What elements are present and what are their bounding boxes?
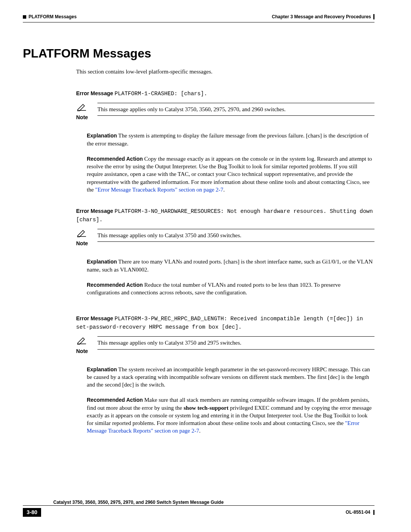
- header-section: PLATFORM Messages: [29, 14, 76, 20]
- explanation-paragraph: Explanation The system is attempting to …: [87, 132, 374, 147]
- vertical-bar-icon: [373, 14, 374, 19]
- square-bullet-icon: [23, 15, 26, 19]
- note-row: Note This message applies only to Cataly…: [76, 103, 374, 121]
- page-header: PLATFORM Messages Chapter 3 Message and …: [23, 14, 374, 20]
- action-label: Recommended Action: [87, 397, 143, 403]
- explanation-label: Explanation: [87, 366, 117, 372]
- action-paragraph: Recommended Action Make sure that all st…: [87, 396, 374, 435]
- error-message-block: Error Message PLATFORM-1-CRASHED: [chars…: [76, 89, 374, 98]
- vertical-bar-icon: [373, 510, 374, 515]
- error-message-code: PLATFORM-3-NO_HARDWARE_RESOURCES: Not en…: [76, 208, 373, 223]
- page-number-badge: 3-80: [23, 508, 41, 517]
- action-paragraph: Recommended Action Copy the message exac…: [87, 155, 374, 193]
- page-title: PLATFORM Messages: [23, 45, 374, 62]
- error-message-label: Error Message: [76, 315, 113, 321]
- error-message-label: Error Message: [76, 90, 113, 96]
- explanation-label: Explanation: [87, 133, 117, 139]
- footer-guide-title: Catalyst 3750, 3560, 3550, 2975, 2970, a…: [53, 499, 374, 505]
- note-text: This message applies only to Catalyst 37…: [97, 229, 374, 242]
- explanation-text: The system is attempting to display the …: [87, 133, 368, 146]
- note-label: Note: [76, 240, 94, 247]
- note-text: This message applies only to Catalyst 37…: [97, 103, 374, 116]
- explanation-text: There are too many VLANs and routed port…: [87, 259, 373, 272]
- explanation-text: The system received an incompatible leng…: [87, 366, 370, 388]
- note-pencil-icon: [77, 104, 87, 111]
- error-message-code: PLATFORM-1-CRASHED: [chars].: [115, 91, 207, 97]
- action-text-post: .: [223, 187, 225, 193]
- header-rule: [23, 22, 374, 22]
- error-message-block: Error Message PLATFORM-3-NO_HARDWARE_RES…: [76, 207, 374, 224]
- note-label: Note: [76, 114, 94, 121]
- note-pencil-icon: [77, 230, 87, 237]
- action-label: Recommended Action: [87, 282, 143, 288]
- error-message-block: Error Message PLATFORM-3-PW_REC_HRPC_BAD…: [76, 315, 374, 331]
- page-footer: Catalyst 3750, 3560, 3550, 2975, 2970, a…: [23, 499, 374, 517]
- note-row: Note This message applies only to Cataly…: [76, 336, 374, 355]
- note-pencil-icon: [77, 337, 87, 345]
- action-link[interactable]: "Error Message Traceback Reports" sectio…: [95, 187, 223, 193]
- action-text-post: .: [199, 428, 201, 434]
- error-message-label: Error Message: [76, 208, 113, 214]
- action-paragraph: Recommended Action Reduce the total numb…: [87, 281, 374, 297]
- action-label: Recommended Action: [87, 156, 143, 162]
- explanation-paragraph: Explanation There are too many VLANs and…: [87, 258, 374, 273]
- explanation-paragraph: Explanation The system received an incom…: [87, 366, 374, 389]
- intro-text: This section contains low-level platform…: [76, 68, 374, 75]
- explanation-label: Explanation: [87, 259, 117, 265]
- note-row: Note This message applies only to Cataly…: [76, 229, 374, 247]
- action-bold-command: show tech-support: [184, 405, 229, 411]
- footer-rule: [23, 505, 374, 506]
- error-message-code: PLATFORM-3-PW_REC_HRPC_BAD_LENGTH: Recei…: [76, 316, 363, 330]
- note-text: This message applies only to Catalyst 37…: [97, 336, 374, 349]
- note-label: Note: [76, 348, 94, 355]
- doc-id: OL-8551-04: [346, 509, 370, 515]
- header-chapter: Chapter 3 Message and Recovery Procedure…: [272, 14, 371, 20]
